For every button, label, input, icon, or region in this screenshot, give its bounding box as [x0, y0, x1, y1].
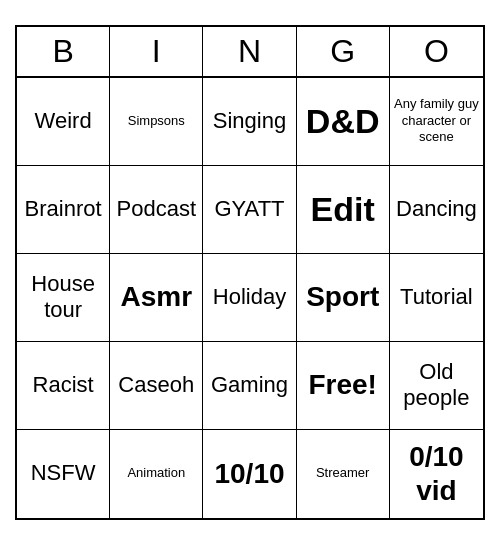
header-letter-O: O — [390, 27, 483, 76]
bingo-cell-9: Dancing — [390, 166, 483, 254]
bingo-header: BINGO — [17, 27, 483, 78]
cell-text-19: Old people — [394, 359, 479, 412]
cell-text-11: Asmr — [120, 280, 192, 314]
bingo-cell-24: 0/10 vid — [390, 430, 483, 518]
cell-text-0: Weird — [35, 108, 92, 134]
cell-text-22: 10/10 — [214, 457, 284, 491]
bingo-grid: WeirdSimpsonsSingingD&DAny family guy ch… — [17, 78, 483, 518]
bingo-cell-18: Free! — [297, 342, 390, 430]
cell-text-7: GYATT — [214, 196, 284, 222]
cell-text-9: Dancing — [396, 196, 477, 222]
header-letter-B: B — [17, 27, 110, 76]
bingo-cell-1: Simpsons — [110, 78, 203, 166]
bingo-cell-17: Gaming — [203, 342, 296, 430]
bingo-cell-3: D&D — [297, 78, 390, 166]
cell-text-24: 0/10 vid — [394, 440, 479, 507]
bingo-cell-10: House tour — [17, 254, 110, 342]
cell-text-23: Streamer — [316, 465, 369, 482]
bingo-card: BINGO WeirdSimpsonsSingingD&DAny family … — [15, 25, 485, 520]
bingo-cell-20: NSFW — [17, 430, 110, 518]
cell-text-4: Any family guy character or scene — [394, 96, 479, 147]
cell-text-14: Tutorial — [400, 284, 473, 310]
bingo-cell-7: GYATT — [203, 166, 296, 254]
cell-text-5: Brainrot — [25, 196, 102, 222]
bingo-cell-8: Edit — [297, 166, 390, 254]
cell-text-20: NSFW — [31, 460, 96, 486]
cell-text-12: Holiday — [213, 284, 286, 310]
bingo-cell-6: Podcast — [110, 166, 203, 254]
bingo-cell-22: 10/10 — [203, 430, 296, 518]
cell-text-3: D&D — [306, 101, 380, 142]
cell-text-2: Singing — [213, 108, 286, 134]
cell-text-15: Racist — [33, 372, 94, 398]
bingo-cell-21: Animation — [110, 430, 203, 518]
cell-text-6: Podcast — [117, 196, 197, 222]
bingo-cell-4: Any family guy character or scene — [390, 78, 483, 166]
cell-text-17: Gaming — [211, 372, 288, 398]
bingo-cell-0: Weird — [17, 78, 110, 166]
cell-text-18: Free! — [308, 368, 376, 402]
header-letter-G: G — [297, 27, 390, 76]
bingo-cell-16: Caseoh — [110, 342, 203, 430]
cell-text-16: Caseoh — [118, 372, 194, 398]
bingo-cell-5: Brainrot — [17, 166, 110, 254]
cell-text-13: Sport — [306, 280, 379, 314]
bingo-cell-13: Sport — [297, 254, 390, 342]
bingo-cell-14: Tutorial — [390, 254, 483, 342]
header-letter-I: I — [110, 27, 203, 76]
bingo-cell-15: Racist — [17, 342, 110, 430]
bingo-cell-23: Streamer — [297, 430, 390, 518]
bingo-cell-2: Singing — [203, 78, 296, 166]
cell-text-8: Edit — [311, 189, 375, 230]
cell-text-10: House tour — [21, 271, 105, 324]
cell-text-1: Simpsons — [128, 113, 185, 130]
bingo-cell-19: Old people — [390, 342, 483, 430]
bingo-cell-12: Holiday — [203, 254, 296, 342]
header-letter-N: N — [203, 27, 296, 76]
cell-text-21: Animation — [127, 465, 185, 482]
bingo-cell-11: Asmr — [110, 254, 203, 342]
